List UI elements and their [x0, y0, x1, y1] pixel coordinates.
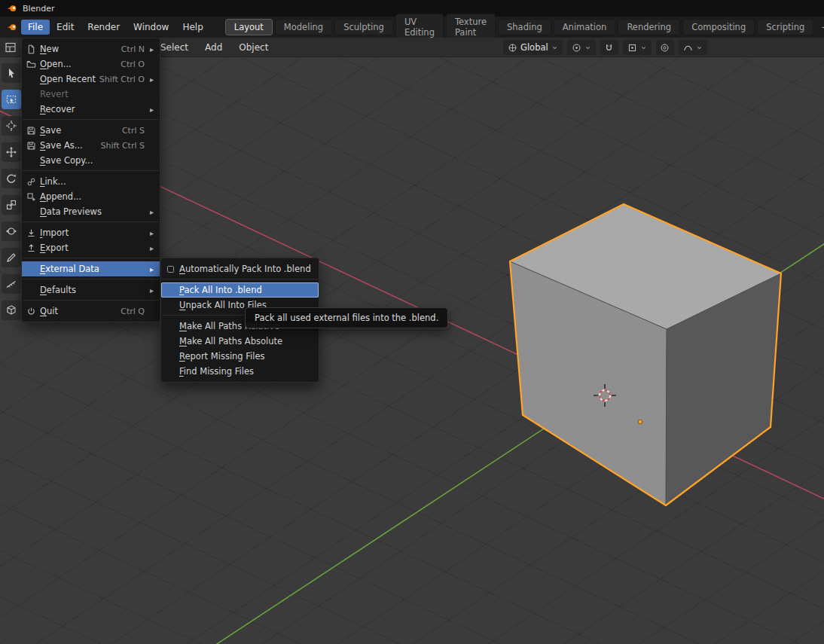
- save-as-icon: [26, 141, 40, 151]
- tool-shelf: [2, 63, 21, 320]
- menu-add[interactable]: Add: [200, 40, 227, 55]
- menu-render[interactable]: Render: [81, 20, 127, 35]
- snap-toggle-button[interactable]: [600, 40, 618, 55]
- add-workspace-button[interactable]: +: [816, 20, 824, 35]
- orientation-label: Global: [520, 42, 548, 53]
- workspace-tab-layout[interactable]: Layout: [225, 19, 273, 35]
- pivot-point-dropdown[interactable]: [567, 40, 596, 55]
- menu-item-import[interactable]: Import ▸: [22, 225, 160, 240]
- menu-item-new[interactable]: New Ctrl N ▸: [22, 41, 160, 56]
- save-icon: [26, 126, 40, 136]
- snap-target-icon: [627, 43, 637, 53]
- tool-rotate[interactable]: [2, 169, 21, 188]
- tooltip-text: Pack all used external files into the .b…: [255, 313, 438, 323]
- object-origin-point: [638, 420, 642, 424]
- file-menu-dropdown: New Ctrl N ▸ Open... Ctrl O Open Recent …: [21, 38, 160, 322]
- menu-item-pack-all[interactable]: Pack All Into .blend: [161, 282, 319, 298]
- menu-file[interactable]: File: [21, 20, 50, 35]
- menu-item-append[interactable]: Append...: [22, 189, 160, 204]
- orientation-icon: [508, 43, 517, 53]
- menu-item-recover[interactable]: Recover ▸: [22, 102, 160, 117]
- workspace-tab-compositing[interactable]: Compositing: [682, 19, 755, 35]
- menu-separator: [23, 279, 159, 279]
- tool-scale[interactable]: [2, 195, 21, 215]
- submenu-arrow-icon: ▸: [145, 286, 154, 295]
- menu-separator: [162, 279, 318, 279]
- tool-add-cube[interactable]: [2, 301, 21, 320]
- menu-separator: [23, 300, 159, 301]
- blender-menu-icon[interactable]: [6, 20, 18, 34]
- open-folder-icon: [26, 60, 40, 69]
- menu-separator: [23, 170, 159, 171]
- menu-item-save-as[interactable]: Save As... Shift Ctrl S: [22, 138, 160, 153]
- proportional-editing-toggle[interactable]: [656, 40, 674, 55]
- menu-item-defaults[interactable]: Defaults ▸: [22, 282, 160, 298]
- menu-item-revert: Revert: [22, 87, 160, 102]
- menu-item-open-recent[interactable]: Open Recent Shift Ctrl O ▸: [22, 72, 160, 87]
- import-icon: [26, 228, 40, 238]
- workspace-tab-sculpting[interactable]: Sculpting: [334, 19, 393, 35]
- menu-item-link[interactable]: Link...: [22, 174, 160, 189]
- workspace-tab-rendering[interactable]: Rendering: [618, 19, 680, 35]
- menu-item-save[interactable]: Save Ctrl S: [22, 123, 160, 138]
- menu-item-export[interactable]: Export ▸: [22, 240, 160, 255]
- top-menubar: File Edit Render Window Help Layout Mode…: [0, 17, 824, 38]
- menu-item-auto-pack[interactable]: Automatically Pack Into .blend: [161, 261, 319, 276]
- menu-separator: [23, 221, 159, 222]
- viewport-editor-icon: [5, 41, 17, 53]
- tool-cursor[interactable]: [2, 116, 21, 136]
- menu-window[interactable]: Window: [127, 20, 175, 35]
- tool-tweak[interactable]: [2, 63, 21, 83]
- submenu-arrow-icon: ▸: [145, 265, 154, 273]
- menu-separator: [23, 119, 159, 120]
- workspace-tab-uv-editing[interactable]: UV Editing: [395, 14, 444, 41]
- menu-item-open[interactable]: Open... Ctrl O: [22, 56, 160, 72]
- menu-item-external-data[interactable]: External Data ▸: [22, 261, 160, 276]
- tool-select-box[interactable]: [2, 90, 21, 109]
- tool-transform[interactable]: [2, 221, 21, 241]
- workspace-tab-scripting[interactable]: Scripting: [757, 19, 813, 35]
- chevron-down-icon: [696, 44, 703, 51]
- menu-item-data-previews[interactable]: Data Previews ▸: [22, 204, 160, 219]
- magnet-icon: [604, 43, 614, 53]
- menu-item-find-missing[interactable]: Find Missing Files: [161, 364, 319, 379]
- tool-move[interactable]: [2, 142, 21, 162]
- proportional-editing-icon: [660, 43, 670, 53]
- transform-orientation-dropdown[interactable]: Global: [503, 40, 563, 55]
- menu-help[interactable]: Help: [175, 20, 209, 35]
- menu-object[interactable]: Object: [234, 40, 273, 55]
- blender-logo-icon: [6, 2, 18, 14]
- power-icon: [26, 307, 40, 316]
- submenu-arrow-icon: ▸: [145, 244, 154, 252]
- menu-item-save-copy[interactable]: Save Copy...: [22, 153, 160, 168]
- proportional-falloff-dropdown[interactable]: [679, 40, 707, 55]
- menu-item-make-paths-absolute[interactable]: Make All Paths Absolute: [161, 334, 319, 349]
- workspace-tab-shading[interactable]: Shading: [498, 19, 551, 35]
- append-icon: [26, 192, 40, 202]
- app-title: Blender: [23, 4, 55, 14]
- checkbox-unchecked-icon[interactable]: [166, 264, 179, 274]
- submenu-arrow-icon: ▸: [145, 75, 154, 84]
- menu-edit[interactable]: Edit: [50, 20, 81, 35]
- menu-select[interactable]: Select: [156, 40, 193, 55]
- menu-separator: [23, 258, 159, 258]
- cube-object[interactable]: [510, 204, 781, 505]
- tool-annotate[interactable]: [2, 248, 21, 267]
- submenu-arrow-icon: ▸: [145, 45, 154, 53]
- falloff-curve-icon: [683, 43, 693, 53]
- viewport-header-controls: Global: [503, 39, 707, 56]
- tooltip: Pack all used external files into the .b…: [245, 307, 448, 328]
- snap-target-dropdown[interactable]: [623, 40, 652, 55]
- workspace-tab-texture-paint[interactable]: Texture Paint: [446, 14, 496, 41]
- tool-measure[interactable]: [2, 274, 21, 294]
- workspace-tab-animation[interactable]: Animation: [554, 19, 616, 35]
- submenu-arrow-icon: ▸: [145, 229, 154, 237]
- submenu-arrow-icon: ▸: [145, 105, 154, 114]
- workspace-tabs: Layout Modeling Sculpting UV Editing Tex…: [225, 14, 824, 41]
- blender-window: Blender File Edit Render Window Help Lay…: [0, 0, 824, 644]
- menu-item-report-missing[interactable]: Report Missing Files: [161, 349, 319, 364]
- menu-item-quit[interactable]: Quit Ctrl Q: [22, 304, 160, 319]
- workspace-tab-modeling[interactable]: Modeling: [275, 19, 332, 35]
- link-icon: [26, 177, 40, 187]
- export-icon: [26, 243, 40, 253]
